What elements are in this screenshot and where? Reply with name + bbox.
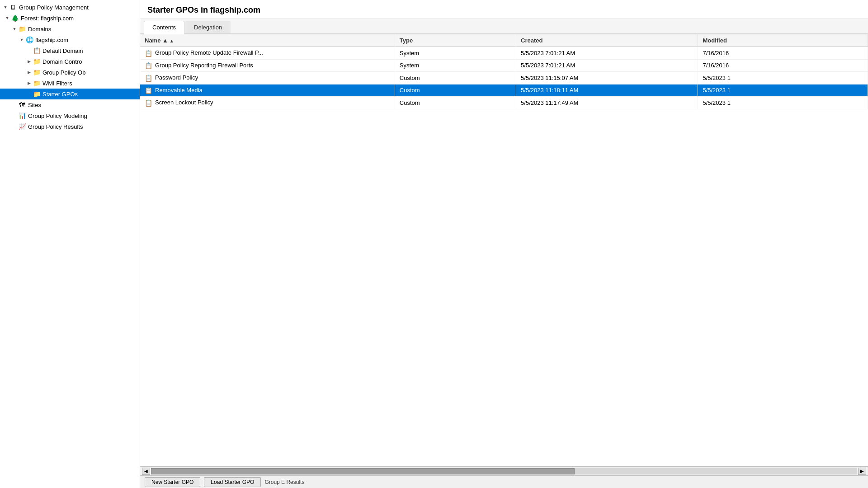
tab-contents[interactable]: Contents: [144, 21, 184, 34]
cell-type-row-2: System: [395, 59, 516, 72]
cell-name-row-3: 📋Password Policy: [140, 72, 395, 84]
tree-icon-gp-modeling: 📊: [18, 112, 26, 120]
column-header-created[interactable]: Created: [516, 34, 698, 47]
tree-icon-domains: 📁: [18, 25, 26, 33]
expander-forest[interactable]: ▼: [4, 14, 11, 22]
expander-domain-control[interactable]: ▶: [25, 58, 33, 65]
cell-type-row-1: System: [395, 47, 516, 60]
left-panel: ▼🖥Group Policy Management▼🌲Forest: flags…: [0, 0, 140, 488]
tree-icon-domain-control: 📁: [33, 57, 41, 66]
tree-label-group-policy-ob: Group Policy Ob: [42, 69, 85, 76]
table-body: 📋Group Policy Remote Update Firewall P..…: [140, 47, 868, 109]
load-starter-gpo-button[interactable]: Load Starter GPO: [204, 477, 261, 487]
table-row-row-4[interactable]: 📋Removable MediaCustom5/5/2023 11:18:11 …: [140, 84, 868, 97]
expander-flagship-com[interactable]: ▼: [18, 36, 25, 43]
tree-label-gp-management: Group Policy Management: [19, 4, 89, 11]
tab-delegation[interactable]: Delegation: [185, 21, 231, 33]
row-icon-row-1: 📋: [145, 50, 152, 57]
tree-label-gp-modeling: Group Policy Modeling: [28, 113, 87, 119]
tree-item-forest[interactable]: ▼🌲Forest: flagship.com: [0, 13, 140, 23]
expander-domains[interactable]: ▼: [11, 25, 18, 33]
expander-default-domain[interactable]: [25, 47, 33, 54]
tree-icon-sites: 🗺: [18, 101, 26, 109]
tree-icon-default-domain: 📋: [33, 47, 41, 55]
tree-icon-starter-gpos: 📁: [33, 90, 41, 98]
panel-title: Starter GPOs in flagship.com: [140, 0, 868, 19]
column-header-modified[interactable]: Modified: [698, 34, 868, 47]
scroll-thumb[interactable]: [151, 468, 575, 474]
tree-item-wmi-filters[interactable]: ▶📁WMI Filters: [0, 78, 140, 89]
tree-item-domain-control[interactable]: ▶📁Domain Contro: [0, 56, 140, 67]
table-row-row-5[interactable]: 📋Screen Lockout PolicyCustom5/5/2023 11:…: [140, 97, 868, 109]
cell-created-row-1: 5/5/2023 7:01:21 AM: [516, 47, 698, 60]
table-row-row-2[interactable]: 📋Group Policy Reporting Firewall PortsSy…: [140, 59, 868, 72]
tree-icon-wmi-filters: 📁: [33, 79, 41, 87]
scroll-track[interactable]: [151, 468, 857, 474]
tree-label-wmi-filters: WMI Filters: [42, 80, 72, 87]
cell-type-row-5: Custom: [395, 97, 516, 109]
horizontal-scrollbar[interactable]: ◀ ▶: [140, 466, 868, 475]
tree-item-gp-results[interactable]: 📈Group Policy Results: [0, 121, 140, 132]
tree-icon-forest: 🌲: [11, 14, 19, 22]
table-header: Name ▲TypeCreatedModified: [140, 34, 868, 47]
tree-label-gp-results: Group Policy Results: [28, 123, 83, 130]
cell-created-row-4: 5/5/2023 11:18:11 AM: [516, 84, 698, 97]
cell-modified-row-1: 7/16/2016: [698, 47, 868, 60]
tree-label-domain-control: Domain Contro: [42, 58, 82, 65]
cell-modified-row-3: 5/5/2023 1: [698, 72, 868, 84]
content-area: Name ▲TypeCreatedModified 📋Group Policy …: [140, 34, 868, 475]
row-icon-row-4: 📋: [145, 87, 152, 94]
cell-name-row-5: 📋Screen Lockout Policy: [140, 97, 395, 109]
scroll-right-button[interactable]: ▶: [858, 468, 866, 475]
cell-created-row-5: 5/5/2023 11:17:49 AM: [516, 97, 698, 109]
row-icon-row-2: 📋: [145, 62, 152, 69]
tree-icon-gp-results: 📈: [18, 122, 26, 131]
cell-name-row-4: 📋Removable Media: [140, 84, 395, 97]
table-wrapper[interactable]: Name ▲TypeCreatedModified 📋Group Policy …: [140, 34, 868, 466]
tree-label-default-domain: Default Domain: [42, 47, 83, 54]
cell-created-row-3: 5/5/2023 11:15:07 AM: [516, 72, 698, 84]
table-row-row-3[interactable]: 📋Password PolicyCustom5/5/2023 11:15:07 …: [140, 72, 868, 84]
expander-sites[interactable]: [11, 101, 18, 108]
expander-group-policy-ob[interactable]: ▶: [25, 69, 33, 76]
column-header-type[interactable]: Type: [395, 34, 516, 47]
tree-label-starter-gpos: Starter GPOs: [42, 91, 78, 98]
tree-item-gp-management[interactable]: ▼🖥Group Policy Management: [0, 2, 140, 13]
cell-modified-row-2: 7/16/2016: [698, 59, 868, 72]
table-row-row-1[interactable]: 📋Group Policy Remote Update Firewall P..…: [140, 47, 868, 60]
tree-item-group-policy-ob[interactable]: ▶📁Group Policy Ob: [0, 67, 140, 78]
expander-gp-results[interactable]: [11, 123, 18, 130]
new-starter-gpo-button[interactable]: New Starter GPO: [145, 477, 200, 487]
column-header-name[interactable]: Name ▲: [140, 34, 395, 47]
tree-icon-gp-management: 🖥: [9, 3, 17, 11]
group-e-results-label: Group E Results: [264, 479, 304, 485]
cell-created-row-2: 5/5/2023 7:01:21 AM: [516, 59, 698, 72]
cell-name-row-1: 📋Group Policy Remote Update Firewall P..…: [140, 47, 395, 60]
tree-item-starter-gpos[interactable]: 📁Starter GPOs: [0, 89, 140, 99]
status-bar: New Starter GPO Load Starter GPO Group E…: [140, 475, 868, 488]
tabs-bar: ContentsDelegation: [140, 19, 868, 34]
expander-starter-gpos[interactable]: [25, 90, 33, 98]
row-icon-row-5: 📋: [145, 99, 152, 107]
tree-label-forest: Forest: flagship.com: [21, 15, 74, 22]
tree-item-default-domain[interactable]: 📋Default Domain: [0, 45, 140, 56]
cell-name-row-2: 📋Group Policy Reporting Firewall Ports: [140, 59, 395, 72]
cell-modified-row-4: 5/5/2023 1: [698, 84, 868, 97]
scroll-left-button[interactable]: ◀: [142, 468, 150, 475]
tree-label-sites: Sites: [28, 102, 41, 108]
tree-item-domains[interactable]: ▼📁Domains: [0, 23, 140, 34]
tree-item-flagship-com[interactable]: ▼🌐flagship.com: [0, 34, 140, 45]
tree-label-domains: Domains: [28, 26, 51, 33]
tree-item-sites[interactable]: 🗺Sites: [0, 99, 140, 110]
cell-modified-row-5: 5/5/2023 1: [698, 97, 868, 109]
gpo-table: Name ▲TypeCreatedModified 📋Group Policy …: [140, 34, 868, 109]
row-icon-row-3: 📋: [145, 75, 152, 82]
expander-gp-modeling[interactable]: [11, 112, 18, 119]
tree-icon-flagship-com: 🌐: [25, 36, 33, 44]
tree-item-gp-modeling[interactable]: 📊Group Policy Modeling: [0, 110, 140, 121]
tree-icon-group-policy-ob: 📁: [33, 68, 41, 76]
expander-gp-management[interactable]: ▼: [2, 4, 9, 11]
tree-label-flagship-com: flagship.com: [35, 37, 68, 43]
expander-wmi-filters[interactable]: ▶: [25, 80, 33, 87]
right-panel: Starter GPOs in flagship.com ContentsDel…: [140, 0, 868, 488]
